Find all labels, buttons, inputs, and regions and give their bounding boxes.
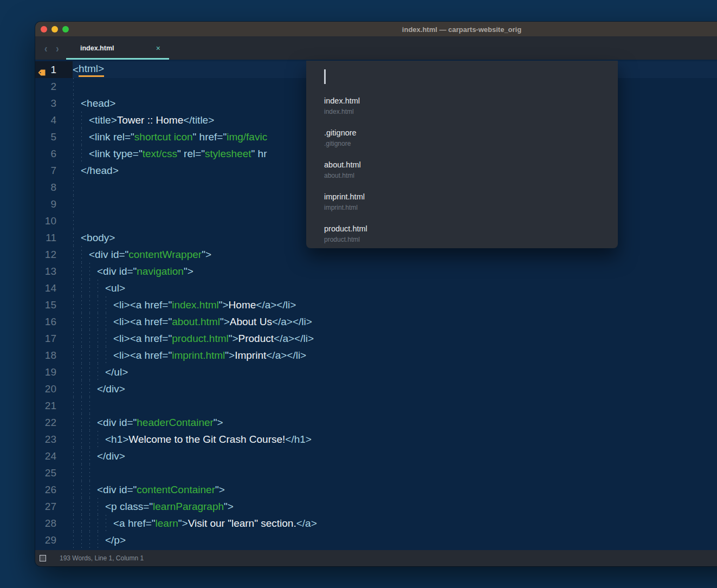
code-text: <div id="contentContainer"> [73,481,225,498]
code-text: <html> [73,61,104,78]
file-path: index.html [324,108,607,116]
file-name: index.html [324,96,607,106]
sidebar-toggle-icon[interactable] [40,555,46,561]
code-text: <title>Tower :: Home</title> [73,112,214,128]
line-number: 10 [35,212,73,229]
code-text: <link rel="shortcut icon" href="img/favi… [73,128,267,145]
line-number: 19 [35,364,73,380]
line-number: 17 [35,330,73,347]
code-line[interactable]: 27<p class="learnParagraph"> [35,498,717,515]
code-line[interactable]: 25 [35,464,717,481]
line-number: 26 [35,481,73,498]
file-name: imprint.html [324,192,607,202]
quick-open-input[interactable] [306,61,618,91]
line-number: 15 [35,296,73,313]
line-number: 9 [35,196,73,212]
file-path: imprint.html [324,204,607,212]
file-name: product.html [324,224,607,234]
quick-open-item[interactable]: imprint.htmlimprint.html [324,190,607,222]
code-line[interactable]: 19</ul> [35,364,717,380]
code-line[interactable]: 23<h1>Welcome to the Git Crash Course!</… [35,431,717,448]
indent-guide [73,397,74,414]
code-text: <li><a href="index.html">Home</a></li> [73,296,296,313]
line-number: 29 [35,532,73,548]
status-bar: 193 Words, Line 1, Column 1 [35,550,717,566]
code-line[interactable]: 21 [35,397,717,414]
code-line[interactable]: 16<li><a href="about.html">About Us</a><… [35,313,717,330]
line-number: 2 [35,78,73,95]
quick-open-item[interactable]: about.htmlabout.html [324,158,607,190]
code-line[interactable]: 20</div> [35,380,717,397]
line-number: 20 [35,380,73,397]
history-nav: ‹ › [44,36,59,60]
code-text: </div> [73,448,125,464]
code-text: </ul> [73,364,128,380]
indent-guide [73,179,74,196]
line-number: 27 [35,498,73,515]
code-text: <body> [73,229,115,246]
code-text: <li><a href="about.html">About Us</a></l… [73,313,312,330]
code-text: </p> [73,532,126,548]
code-line[interactable]: 22<div id="headerContainer"> [35,414,717,431]
indent-guide [73,196,74,212]
indent-guide [81,397,82,414]
quick-open-panel: index.htmlindex.html.gitignore.gitignore… [306,61,618,248]
code-text: </div> [73,380,125,397]
file-path: product.html [324,236,607,244]
line-number: 14 [35,280,73,296]
code-line[interactable]: 14<ul> [35,280,717,296]
quick-open-results: index.htmlindex.html.gitignore.gitignore… [324,94,607,254]
code-line[interactable]: 18<li><a href="imprint.html">Imprint</a>… [35,347,717,364]
code-line[interactable]: 29</p> [35,532,717,548]
code-text: <div id="contentWrapper"> [73,246,211,263]
zoom-light[interactable] [62,26,69,33]
tab-close-icon[interactable]: × [156,44,160,53]
line-number: 22 [35,414,73,431]
line-number: 18 [35,347,73,364]
tab-label: index.html [80,44,114,52]
code-line[interactable]: 28<a href="learn">Visit our "learn" sect… [35,515,717,532]
line-number: 25 [35,464,73,481]
quick-open-item[interactable]: index.htmlindex.html [324,94,607,126]
status-text: 193 Words, Line 1, Column 1 [60,554,144,562]
code-line[interactable]: 24</div> [35,448,717,464]
code-text: <div id="navigation"> [73,263,193,280]
forward-icon[interactable]: › [56,42,59,54]
line-number: 5 [35,128,73,145]
bookmark-tag-icon [38,69,46,76]
file-name: .gitignore [324,128,607,138]
file-path: .gitignore [324,140,607,148]
minimize-light[interactable] [51,26,58,33]
code-line[interactable]: 26<div id="contentContainer"> [35,481,717,498]
indent-guide [89,464,90,481]
code-text: <p class="learnParagraph"> [73,498,234,515]
quick-open-item[interactable]: .gitignore.gitignore [324,126,607,158]
code-line[interactable]: 15<li><a href="index.html">Home</a></li> [35,296,717,313]
quick-open-item[interactable]: product.htmlproduct.html [324,222,607,254]
close-light[interactable] [41,26,47,33]
tab-index-html[interactable]: index.html × [66,36,169,60]
line-number: 7 [35,162,73,179]
code-text: </head> [73,162,119,179]
line-number: 21 [35,397,73,414]
code-text: <a href="learn">Visit our "learn" sectio… [73,515,317,532]
line-number: 23 [35,431,73,448]
code-text: <ul> [73,280,125,296]
indent-guide [81,464,82,481]
code-text: <h1>Welcome to the Git Crash Course!</h1… [73,431,312,448]
line-number: 12 [35,246,73,263]
code-line[interactable]: 13<div id="navigation"> [35,263,717,280]
back-icon[interactable]: ‹ [44,42,47,54]
file-name: about.html [324,160,607,170]
line-number: 11 [35,229,73,246]
indent-guide [73,78,74,95]
code-line[interactable]: 17<li><a href="product.html">Product</a>… [35,330,717,347]
indent-guide [73,464,74,481]
indent-guide [73,212,74,229]
line-number: 13 [35,263,73,280]
title-bar[interactable]: index.html — carparts-website_orig [35,22,717,36]
code-text: <link type="text/css" rel="stylesheet" h… [73,145,267,162]
traffic-lights [41,26,69,33]
line-number: 3 [35,95,73,112]
line-number: 24 [35,448,73,464]
